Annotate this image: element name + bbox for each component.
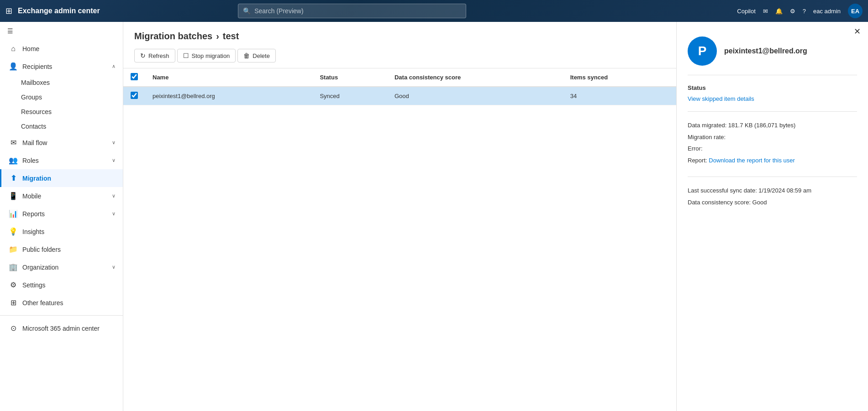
col-items: Items synced bbox=[563, 68, 676, 87]
bell-icon[interactable]: 🔔 bbox=[775, 8, 783, 15]
download-report-link[interactable]: Download the report for this user bbox=[709, 157, 795, 164]
sidebar-item-migration[interactable]: ⬆ Migration bbox=[0, 169, 123, 187]
copilot-button[interactable]: Copilot bbox=[737, 8, 755, 15]
breadcrumb-separator: › bbox=[216, 31, 219, 42]
grid-icon[interactable]: ⊞ bbox=[5, 6, 12, 16]
detail-avatar: P bbox=[688, 36, 717, 66]
detail-panel: ✕ P peixintest1@bellred.org Status View … bbox=[676, 22, 868, 411]
toolbar: ↻ Refresh ☐ Stop migration 🗑 Delete bbox=[134, 49, 665, 68]
sidebar-item-groups[interactable]: Groups bbox=[21, 90, 123, 104]
detail-header: P peixintest1@bellred.org bbox=[677, 22, 868, 75]
mail-icon[interactable]: ✉ bbox=[763, 8, 768, 15]
sidebar-item-label: Home bbox=[22, 45, 116, 52]
organization-icon: 🏢 bbox=[9, 263, 18, 271]
col-status: Status bbox=[312, 68, 387, 87]
chevron-down-icon: ∨ bbox=[112, 157, 116, 163]
breadcrumb-current: test bbox=[223, 31, 239, 42]
row-items: 34 bbox=[563, 87, 676, 105]
status-label: Status bbox=[688, 84, 857, 91]
delete-icon: 🗑 bbox=[243, 52, 250, 59]
sidebar-item-organization[interactable]: 🏢 Organization ∨ bbox=[0, 258, 123, 276]
sidebar: ☰ ⌂ Home 👤 Recipients ∧ Mailboxes Groups… bbox=[0, 22, 123, 411]
sidebar-item-reports[interactable]: 📊 Reports ∨ bbox=[0, 205, 123, 223]
reports-icon: 📊 bbox=[9, 209, 18, 218]
last-sync-date: Last successful sync date: 1/19/2024 08:… bbox=[688, 186, 857, 195]
publicfolders-icon: 📁 bbox=[9, 245, 18, 254]
stop-icon: ☐ bbox=[183, 52, 189, 59]
chevron-up-icon: ∧ bbox=[112, 63, 116, 69]
settings-icon: ⚙ bbox=[9, 281, 18, 289]
sidebar-divider bbox=[0, 315, 123, 316]
sidebar-item-contacts[interactable]: Contacts bbox=[21, 119, 123, 134]
sidebar-item-otherfeatures[interactable]: ⊞ Other features bbox=[0, 294, 123, 312]
user-label: eac admin bbox=[813, 8, 841, 15]
breadcrumb: Migration batches › test bbox=[134, 31, 665, 42]
row-checkbox[interactable] bbox=[131, 92, 138, 99]
mobile-icon: 📱 bbox=[9, 192, 18, 200]
chevron-down-icon: ∨ bbox=[112, 211, 116, 217]
sidebar-item-mobile[interactable]: 📱 Mobile ∨ bbox=[0, 187, 123, 205]
sidebar-item-publicfolders[interactable]: 📁 Public folders bbox=[0, 240, 123, 258]
error-info: Error: bbox=[688, 144, 857, 153]
migration-icon: ⬆ bbox=[9, 174, 18, 182]
detail-status-section: Status View skipped item details bbox=[677, 75, 868, 111]
topbar-right: Copilot ✉ 🔔 ⚙ ? eac admin EA bbox=[737, 4, 863, 18]
breadcrumb-parent[interactable]: Migration batches bbox=[134, 31, 212, 42]
mailflow-icon: ✉ bbox=[9, 138, 18, 147]
stop-migration-button[interactable]: ☐ Stop migration bbox=[177, 49, 236, 62]
recipients-icon: 👤 bbox=[9, 62, 18, 71]
report-info: Report: Download the report for this use… bbox=[688, 156, 857, 165]
data-migrated: Data migrated: 181.7 KB (186,071 bytes) bbox=[688, 121, 857, 130]
view-skipped-link[interactable]: View skipped item details bbox=[688, 95, 754, 102]
row-checkbox-cell[interactable] bbox=[123, 87, 145, 105]
search-icon: 🔍 bbox=[243, 7, 251, 15]
topbar: ⊞ Exchange admin center 🔍 Copilot ✉ 🔔 ⚙ … bbox=[0, 0, 868, 22]
row-name: peixintest1@bellred.org bbox=[145, 87, 312, 105]
close-button[interactable]: ✕ bbox=[854, 27, 861, 36]
roles-icon: 👥 bbox=[9, 156, 18, 165]
sidebar-item-m365[interactable]: ⊙ Microsoft 365 admin center bbox=[0, 319, 123, 337]
select-all-checkbox[interactable] bbox=[131, 73, 138, 80]
table-container: Name Status Data consistency score Items… bbox=[123, 68, 676, 411]
sidebar-item-settings[interactable]: ⚙ Settings bbox=[0, 276, 123, 294]
content-header: Migration batches › test ↻ Refresh ☐ Sto… bbox=[123, 22, 676, 68]
sidebar-toggle[interactable]: ☰ bbox=[0, 22, 123, 40]
chevron-down-icon: ∨ bbox=[112, 193, 116, 199]
table-row[interactable]: peixintest1@bellred.org Synced Good 34 bbox=[123, 87, 676, 105]
sidebar-item-home[interactable]: ⌂ Home bbox=[0, 40, 123, 57]
col-name: Name bbox=[145, 68, 312, 87]
delete-button[interactable]: 🗑 Delete bbox=[237, 49, 276, 62]
chevron-down-icon: ∨ bbox=[112, 140, 116, 146]
main-area: Migration batches › test ↻ Refresh ☐ Sto… bbox=[123, 22, 868, 411]
detail-sync-section: Last successful sync date: 1/19/2024 08:… bbox=[677, 177, 868, 219]
insights-icon: 💡 bbox=[9, 227, 18, 236]
app-title: Exchange admin center bbox=[18, 7, 100, 15]
m365-icon: ⊙ bbox=[9, 324, 18, 333]
sidebar-item-mailboxes[interactable]: Mailboxes bbox=[21, 75, 123, 90]
detail-migration-section: Data migrated: 181.7 KB (186,071 bytes) … bbox=[677, 112, 868, 177]
sidebar-item-roles[interactable]: 👥 Roles ∨ bbox=[0, 151, 123, 169]
data-consistency: Data consistency score: Good bbox=[688, 198, 857, 207]
detail-email: peixintest1@bellred.org bbox=[724, 47, 807, 55]
row-consistency: Good bbox=[387, 87, 563, 105]
otherfeatures-icon: ⊞ bbox=[9, 298, 18, 307]
search-bar[interactable]: 🔍 bbox=[238, 4, 466, 18]
sidebar-item-mailflow[interactable]: ✉ Mail flow ∨ bbox=[0, 134, 123, 151]
migration-rate: Migration rate: bbox=[688, 133, 857, 142]
chevron-down-icon: ∨ bbox=[112, 264, 116, 270]
col-consistency: Data consistency score bbox=[387, 68, 563, 87]
search-input[interactable] bbox=[254, 7, 461, 15]
sidebar-item-insights[interactable]: 💡 Insights bbox=[0, 223, 123, 240]
refresh-button[interactable]: ↻ Refresh bbox=[134, 49, 175, 62]
sidebar-item-recipients[interactable]: 👤 Recipients ∧ bbox=[0, 57, 123, 75]
user-avatar[interactable]: EA bbox=[848, 4, 863, 18]
migration-table: Name Status Data consistency score Items… bbox=[123, 68, 676, 105]
home-icon: ⌂ bbox=[9, 45, 18, 53]
help-icon[interactable]: ? bbox=[803, 8, 806, 15]
sidebar-item-resources[interactable]: Resources bbox=[21, 104, 123, 119]
content-panel: Migration batches › test ↻ Refresh ☐ Sto… bbox=[123, 22, 676, 411]
refresh-icon: ↻ bbox=[140, 52, 146, 59]
row-status: Synced bbox=[312, 87, 387, 105]
select-all-header[interactable] bbox=[123, 68, 145, 87]
settings-icon[interactable]: ⚙ bbox=[790, 8, 795, 15]
